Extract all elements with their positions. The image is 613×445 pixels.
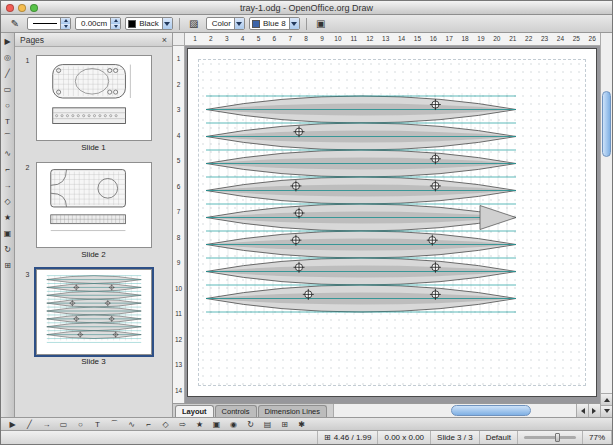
arc-tool[interactable]: ⌒	[2, 132, 14, 143]
v-ruler-number: 10	[173, 276, 184, 302]
stars-tool[interactable]: ★	[193, 419, 206, 430]
rectangle-tool[interactable]: ▭	[57, 419, 70, 430]
h-ruler-number: 6	[266, 33, 282, 45]
3d-objects-tool[interactable]: ▣	[2, 228, 14, 239]
tab-dimension-lines[interactable]: Dimension Lines	[258, 405, 327, 417]
h-ruler-number: 3	[219, 33, 235, 45]
chevron-down-icon[interactable]	[289, 17, 299, 30]
text-tool[interactable]: T	[2, 116, 14, 127]
select-tool[interactable]: ▶	[2, 36, 14, 47]
main-drawing[interactable]	[206, 91, 516, 317]
line-width-spinner[interactable]: 0.00cm	[75, 17, 121, 30]
canvas-column: 1234567891011121314151617181920212223242…	[173, 33, 600, 417]
zoom-tool[interactable]: ◎	[2, 52, 14, 63]
slide-label: Slide 2	[81, 250, 105, 259]
rotate-tool[interactable]: ↻	[2, 244, 14, 255]
text-tool[interactable]: T	[91, 419, 104, 430]
line-tool[interactable]: ╱	[23, 419, 36, 430]
tab-layout[interactable]: Layout	[175, 405, 214, 417]
block-arrows-tool[interactable]: ⇨	[176, 419, 189, 430]
line-color-swatch	[128, 20, 136, 28]
zoom-window-button[interactable]	[30, 4, 38, 12]
arrange-tool[interactable]: ⊞	[278, 419, 291, 430]
horizontal-scrollbar-thumb[interactable]	[451, 405, 531, 416]
fill-icon[interactable]: ▨	[186, 17, 202, 31]
connector-tool[interactable]: ⌐	[142, 419, 155, 430]
connector-tool[interactable]: ⌐	[2, 164, 14, 175]
h-ruler-number: 9	[314, 33, 330, 45]
line-tool[interactable]: ╱	[2, 68, 14, 79]
zoom-slider-track[interactable]	[524, 436, 576, 439]
page-style[interactable]: Default	[480, 431, 518, 444]
scroll-down-button[interactable]	[601, 405, 612, 417]
basic-shapes-tool[interactable]: ◇	[159, 419, 172, 430]
basic-shapes-tool[interactable]: ◇	[2, 196, 14, 207]
h-ruler-number: 18	[457, 33, 473, 45]
slide-thumbnail[interactable]	[36, 269, 152, 355]
zoom-slider[interactable]	[518, 431, 583, 444]
slide-thumbnail[interactable]	[36, 55, 152, 141]
scroll-right-button[interactable]	[588, 404, 600, 417]
position-value: 4.46 / 1.99	[334, 433, 372, 442]
close-window-button[interactable]	[6, 4, 14, 12]
select-tool[interactable]: ▶	[6, 419, 19, 430]
slide-number: 1	[26, 57, 30, 64]
pages-panel: Pages × 1 Slide 12 Slide 23Slide 3	[15, 33, 173, 417]
title-bar[interactable]: tray-1.odg - OpenOffice.org Draw	[1, 1, 612, 15]
slide-label: Slide 1	[81, 143, 105, 152]
scroll-left-button[interactable]	[576, 404, 588, 417]
tab-controls[interactable]: Controls	[215, 405, 257, 417]
rotate-tool[interactable]: ↻	[244, 419, 257, 430]
fill-color-select[interactable]: Blue 8	[249, 17, 300, 30]
vertical-scrollbar[interactable]	[600, 33, 612, 417]
alignment-tool[interactable]: ▤	[261, 419, 274, 430]
fill-style-select[interactable]: Color	[206, 17, 245, 30]
h-ruler-number: 26	[584, 33, 600, 45]
line-style-select[interactable]	[27, 17, 71, 30]
shadow-icon[interactable]: ▣	[313, 17, 329, 31]
slide-item[interactable]: 2 Slide 2	[24, 162, 164, 259]
chevron-down-icon[interactable]	[162, 17, 172, 30]
arrow-tool[interactable]: →	[2, 180, 14, 191]
h-ruler-number: 10	[330, 33, 346, 45]
ellipse-tool[interactable]: ○	[74, 419, 87, 430]
zoom-slider-thumb[interactable]	[555, 433, 560, 442]
curve-tool[interactable]: ∿	[125, 419, 138, 430]
line-width-value: 0.00cm	[78, 19, 110, 28]
slide-item[interactable]: 1 Slide 1	[24, 55, 164, 152]
slide-number: 3	[26, 271, 30, 278]
zoom-value[interactable]: 77%	[583, 431, 612, 444]
grid-tool[interactable]: ⊞	[2, 260, 14, 271]
fill-color-value: Blue 8	[260, 19, 289, 28]
slide-indicator[interactable]: Slide 3 / 3	[431, 431, 480, 444]
canvas-workspace[interactable]	[185, 46, 600, 403]
line-color-select[interactable]: Black	[125, 17, 173, 30]
callouts-tool[interactable]: ◉	[227, 419, 240, 430]
chevron-down-icon[interactable]	[234, 17, 244, 30]
arrow-tool[interactable]: →	[40, 419, 53, 430]
slide-thumbnail[interactable]	[36, 162, 152, 248]
v-ruler-number: 4	[173, 123, 184, 149]
scroll-up-button[interactable]	[601, 393, 612, 405]
vertical-ruler[interactable]: 1234567891011121314	[173, 46, 185, 403]
position-icon: ⊞	[324, 433, 331, 442]
rectangle-tool[interactable]: ▭	[2, 84, 14, 95]
slide-item[interactable]: 3Slide 3	[24, 269, 164, 366]
v-ruler-number: 11	[173, 301, 184, 327]
horizontal-ruler[interactable]: 1234567891011121314151617181920212223242…	[185, 33, 600, 46]
close-icon[interactable]: ×	[162, 35, 167, 45]
minimize-window-button[interactable]	[18, 4, 26, 12]
ellipse-tool[interactable]: ○	[2, 100, 14, 111]
line-style-stepper[interactable]	[60, 17, 70, 30]
fill-color-swatch	[252, 20, 260, 28]
horizontal-scrollbar[interactable]	[333, 404, 600, 417]
vertical-scrollbar-thumb[interactable]	[602, 91, 611, 157]
effects-tool[interactable]: ✱	[295, 419, 308, 430]
line-width-stepper[interactable]	[110, 17, 120, 30]
arc-tool[interactable]: ⌒	[108, 419, 121, 430]
star-tool[interactable]: ★	[2, 212, 14, 223]
flowchart-tool[interactable]: ▣	[210, 419, 223, 430]
curve-tool[interactable]: ∿	[2, 148, 14, 159]
page-canvas[interactable]	[187, 48, 597, 397]
pen-icon[interactable]: ✎	[7, 17, 23, 31]
